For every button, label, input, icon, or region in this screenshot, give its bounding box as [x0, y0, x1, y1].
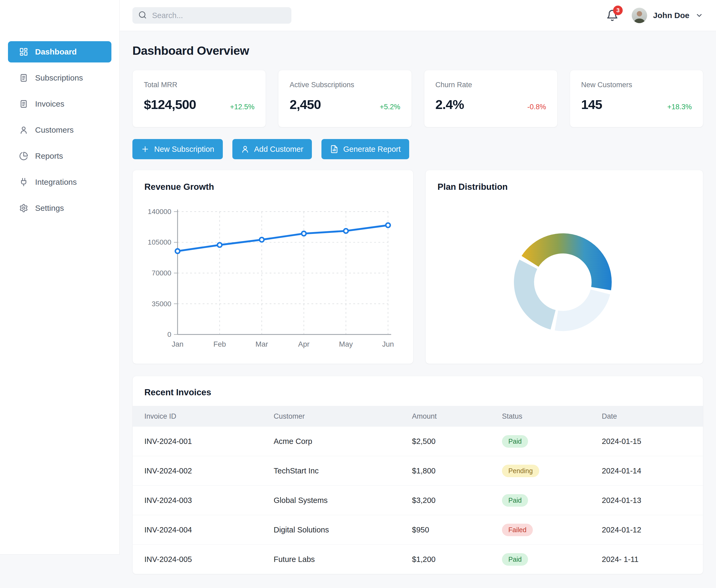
action-button-label: Add Customer [254, 145, 303, 154]
table-row[interactable]: INV-2024-004Digital Solutions$950Failed2… [133, 515, 703, 544]
dashboard-icon [19, 47, 28, 56]
recent-invoices-card: Recent Invoices Invoice IDCustomerAmount… [132, 376, 703, 574]
donut-segment-2 [555, 290, 610, 331]
kpi-delta: +5.2% [380, 103, 400, 111]
kpi-label: New Customers [581, 81, 692, 89]
kpi-value-row: 2,450+5.2% [290, 98, 400, 111]
plus-icon [141, 145, 149, 153]
sidebar-item-label: Subscriptions [35, 74, 83, 82]
kpi-row: Total MRR$124,500+12.5%Active Subscripti… [132, 70, 703, 127]
sidebar-item-label: Settings [35, 204, 64, 213]
plan-distribution-card: Plan Distribution [425, 170, 703, 364]
cell-customer: Future Labs [274, 555, 412, 564]
column-header-amount: Amount [412, 412, 502, 421]
svg-text:70000: 70000 [151, 269, 171, 277]
sidebar-item-label: Integrations [35, 177, 77, 187]
cell-status: Paid [502, 553, 602, 566]
column-header-status: Status [502, 412, 602, 421]
kpi-delta: +18.3% [667, 103, 692, 111]
sidebar-item-label: Invoices [35, 100, 64, 108]
column-header-customer: Customer [274, 412, 412, 421]
kpi-card-total-mrr: Total MRR$124,500+12.5% [132, 70, 266, 127]
revenue-line-chart: 03500070000105000140000JanFebMarAprMayJu… [144, 197, 401, 354]
invoices-icon [19, 100, 28, 108]
sidebar: DashboardSubscriptionsInvoicesCustomersR… [0, 0, 120, 554]
subscriptions-icon [19, 74, 28, 82]
svg-text:Jan: Jan [172, 340, 184, 348]
svg-text:0: 0 [167, 331, 171, 338]
svg-text:Mar: Mar [255, 340, 268, 348]
kpi-label: Total MRR [144, 81, 254, 89]
customers-icon [19, 125, 28, 134]
table-row[interactable]: INV-2024-005Future Labs$1,200Paid2024- 1… [133, 544, 703, 574]
cell-status: Paid [502, 494, 602, 507]
report-icon [330, 145, 338, 153]
settings-icon [19, 204, 28, 213]
invoice-table-body: INV-2024-001Acme Corp$2,500Paid2024-01-1… [133, 427, 703, 574]
main-content: Dashboard Overview Total MRR$124,500+12.… [120, 31, 716, 588]
cell-status: Failed [502, 524, 602, 536]
subscriptions-icon [19, 74, 28, 82]
avatar[interactable] [632, 8, 647, 23]
svg-text:Jun: Jun [382, 340, 394, 348]
new-subscription-button[interactable]: New Subscription [132, 139, 223, 159]
topbar: 3 John Doe [120, 0, 716, 31]
status-badge: Pending [502, 465, 539, 477]
kpi-delta: -0.8% [527, 103, 546, 111]
cell-date: 2024-01-12 [602, 526, 703, 534]
sidebar-item-label: Dashboard [35, 47, 77, 56]
donut-segment-3 [514, 260, 556, 330]
search-input[interactable] [151, 11, 286, 20]
sidebar-item-subscriptions[interactable]: Subscriptions [8, 67, 111, 88]
svg-text:105000: 105000 [148, 238, 171, 246]
kpi-value-row: $124,500+12.5% [144, 98, 254, 111]
action-button-label: Generate Report [343, 145, 401, 154]
sidebar-item-customers[interactable]: Customers [8, 119, 111, 141]
kpi-card-churn-rate: Churn Rate2.4%-0.8% [424, 70, 557, 127]
search-icon [138, 10, 147, 19]
notifications-button[interactable]: 3 [606, 9, 618, 22]
kpi-value-row: 2.4%-0.8% [436, 98, 546, 111]
svg-text:Feb: Feb [213, 340, 226, 348]
invoice-table-header: Invoice IDCustomerAmountStatusDate [133, 406, 703, 427]
svg-text:May: May [339, 340, 353, 348]
plan-chart-title: Plan Distribution [437, 182, 691, 192]
sidebar-item-integrations[interactable]: Integrations [8, 171, 111, 193]
reports-icon [19, 151, 28, 161]
status-badge: Paid [502, 435, 528, 448]
charts-row: Revenue Growth 03500070000105000140000Ja… [132, 170, 703, 364]
settings-icon [19, 204, 28, 213]
user-name[interactable]: John Doe [653, 11, 690, 20]
cell-invoice-id: INV-2024-002 [133, 466, 274, 475]
user-icon [241, 145, 249, 153]
column-header-invoice-id: Invoice ID [133, 412, 274, 421]
plan-donut-chart [437, 197, 691, 354]
sidebar-item-invoices[interactable]: Invoices [8, 93, 111, 114]
sidebar-item-reports[interactable]: Reports [8, 145, 111, 167]
invoices-icon [19, 100, 28, 108]
table-row[interactable]: INV-2024-002TechStart Inc$1,800Pending20… [133, 456, 703, 485]
cell-date: 2024-01-15 [602, 437, 703, 446]
customers-icon [19, 125, 28, 134]
sidebar-item-settings[interactable]: Settings [8, 197, 111, 219]
cell-status: Paid [502, 435, 602, 448]
sidebar-nav: DashboardSubscriptionsInvoicesCustomersR… [0, 41, 119, 219]
cell-customer: Acme Corp [274, 437, 412, 446]
cell-customer: Global Systems [274, 496, 412, 505]
table-row[interactable]: INV-2024-003Global Systems$3,200Paid2024… [133, 485, 703, 515]
donut-segment-1 [522, 233, 612, 290]
chevron-down-icon [695, 12, 703, 19]
add-customer-button[interactable]: Add Customer [232, 139, 312, 159]
app-window: DashboardSubscriptionsInvoicesCustomersR… [0, 0, 716, 588]
kpi-card-active-subscriptions: Active Subscriptions2,450+5.2% [278, 70, 412, 127]
kpi-card-new-customers: New Customers145+18.3% [570, 70, 703, 127]
dashboard-icon [19, 47, 28, 56]
generate-report-button[interactable]: Generate Report [321, 139, 409, 159]
actions-row: New SubscriptionAdd CustomerGenerate Rep… [132, 139, 703, 159]
chevron-down-icon[interactable] [695, 12, 703, 19]
table-row[interactable]: INV-2024-001Acme Corp$2,500Paid2024-01-1… [133, 427, 703, 456]
sidebar-item-dashboard[interactable]: Dashboard [8, 41, 111, 62]
cell-date: 2024-01-13 [602, 496, 703, 505]
recent-invoices-title: Recent Invoices [133, 376, 703, 406]
kpi-value: 145 [581, 98, 602, 111]
